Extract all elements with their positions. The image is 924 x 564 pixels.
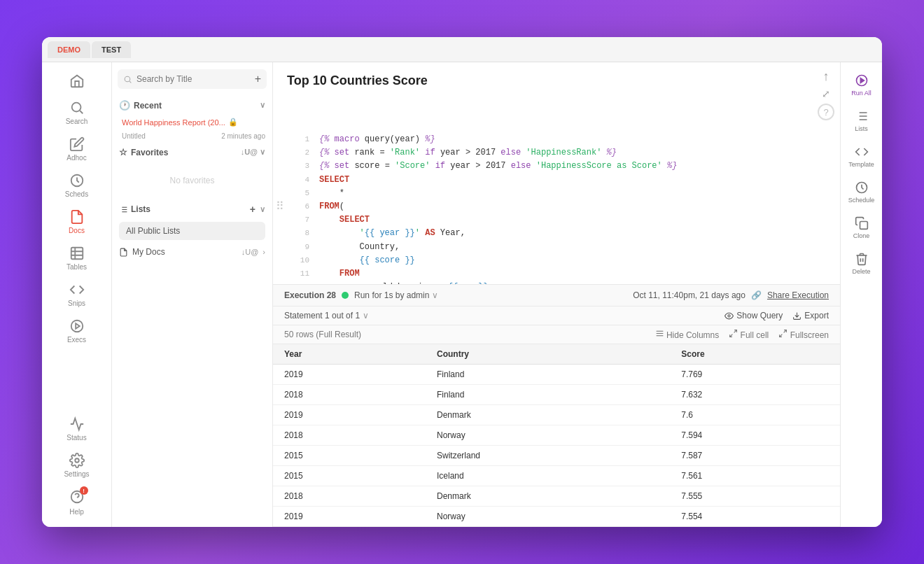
- sidebar-item-execs[interactable]: Execs: [42, 313, 111, 349]
- execution-run-info[interactable]: Run for 1s by admin ∨: [354, 290, 438, 300]
- statement-label[interactable]: Statement 1 out of 1 ∨: [284, 311, 369, 320]
- show-query-button[interactable]: Show Query: [724, 311, 783, 320]
- table-cell: 7.554: [670, 507, 840, 527]
- table-cell: 2018: [273, 385, 426, 405]
- delete-label: Delete: [852, 268, 870, 275]
- execution-status-dot: [342, 292, 349, 299]
- delete-button[interactable]: Delete: [841, 246, 882, 281]
- template-button[interactable]: Template: [841, 139, 882, 174]
- search-bar[interactable]: +: [118, 69, 267, 89]
- results-area: Statement 1 out of 1 ∨ Show Query Export: [273, 306, 840, 527]
- sidebar-tables-label: Tables: [66, 263, 87, 271]
- main-window: DEMO TEST Search Adhoc Scheds Docs: [42, 37, 882, 527]
- sidebar-docs-label: Docs: [69, 227, 85, 234]
- sidebar-item-snips[interactable]: Snips: [42, 276, 111, 313]
- sidebar-snips-label: Snips: [68, 299, 85, 307]
- lists-rt-label: Lists: [855, 125, 868, 132]
- table-cell: 7.769: [670, 365, 840, 385]
- results-table: Year Country Score 2019Finland7.7692018F…: [273, 344, 840, 527]
- share-execution-link[interactable]: Share Execution: [767, 290, 829, 300]
- execution-label: Execution 28: [284, 290, 336, 300]
- table-cell: Denmark: [426, 486, 670, 507]
- lists-add-icon[interactable]: +: [250, 204, 255, 215]
- recent-item-0-title: World Happiness Report (20... 🔒: [122, 118, 265, 127]
- doc-icon: [119, 248, 128, 257]
- table-cell: 2018: [273, 425, 426, 446]
- lists-label: Lists: [131, 204, 150, 214]
- sidebar: Search Adhoc Scheds Docs Tables Snips: [42, 62, 112, 527]
- scroll-up-icon[interactable]: ↑: [823, 69, 830, 84]
- star-icon: ☆: [119, 147, 127, 157]
- favorites-chevron: ↓U@ ∨: [241, 148, 265, 157]
- drag-handle[interactable]: ⠿: [273, 127, 287, 284]
- table-cell: Iceland: [426, 466, 670, 486]
- my-docs-item[interactable]: My Docs ↓U@ ›: [112, 243, 272, 261]
- table-cell: 2019: [273, 365, 426, 385]
- my-docs-sort: ↓U@: [241, 248, 259, 256]
- sidebar-item-scheds[interactable]: Scheds: [42, 167, 111, 204]
- help-circle-icon[interactable]: ?: [818, 104, 834, 120]
- table-cell: 7.561: [670, 466, 840, 486]
- tab-demo[interactable]: DEMO: [48, 41, 90, 58]
- recent-item-1[interactable]: Untitled 2 minutes ago: [112, 129, 272, 143]
- sidebar-item-home[interactable]: [42, 68, 111, 94]
- tab-bar: DEMO TEST: [42, 37, 882, 62]
- svg-line-23: [780, 334, 783, 337]
- lists-section-header[interactable]: Lists + ∨: [112, 199, 272, 219]
- template-label: Template: [848, 161, 874, 168]
- table-row: 2018Norway7.594: [273, 425, 840, 446]
- collapse-icon[interactable]: ⤢: [822, 88, 830, 99]
- table-cell: Switzerland: [426, 446, 670, 466]
- query-title: Top 10 Countries Score: [273, 62, 812, 94]
- rows-info-bar: 50 rows (Full Result) Hide Columns Full …: [273, 325, 840, 344]
- recent-item-0[interactable]: World Happiness Report (20... 🔒: [112, 115, 272, 129]
- add-button[interactable]: +: [255, 73, 261, 85]
- table-body: 2019Finland7.7692018Finland7.6322019Denm…: [273, 365, 840, 527]
- sidebar-item-status[interactable]: Status: [42, 411, 111, 447]
- table-cell: 7.587: [670, 446, 840, 466]
- run-all-button[interactable]: Run All: [841, 68, 882, 102]
- table-row: 2018Finland7.632: [273, 385, 840, 405]
- table-cell: Norway: [426, 507, 670, 527]
- lists-button[interactable]: Lists: [841, 104, 882, 138]
- sidebar-item-help[interactable]: ! Help: [42, 484, 111, 521]
- content-panel: + 🕐 Recent ∨ World Happiness Report (20.…: [112, 62, 273, 527]
- code-editor-area: ⠿ 1 {% macro query(year) %} 2 {% set ran…: [273, 127, 840, 284]
- table-cell: 2019: [273, 507, 426, 527]
- col-year: Year: [273, 344, 426, 365]
- sidebar-item-tables[interactable]: Tables: [42, 240, 111, 276]
- full-cell-button[interactable]: Full cell: [729, 329, 769, 340]
- recent-label: Recent: [134, 101, 162, 111]
- sidebar-item-adhoc[interactable]: Adhoc: [42, 131, 111, 167]
- table-cell: Denmark: [426, 405, 670, 425]
- export-button[interactable]: Export: [792, 311, 829, 320]
- sidebar-status-label: Status: [66, 434, 86, 442]
- schedule-rt-label: Schedule: [848, 197, 875, 204]
- recent-section-header[interactable]: 🕐 Recent ∨: [112, 96, 272, 115]
- schedule-rt-button[interactable]: Schedule: [841, 175, 882, 209]
- hide-columns-button[interactable]: Hide Columns: [655, 329, 720, 340]
- code-editor[interactable]: 1 {% macro query(year) %} 2 {% set rank …: [287, 127, 840, 284]
- main-layout: Search Adhoc Scheds Docs Tables Snips: [42, 62, 882, 527]
- svg-marker-4: [76, 323, 80, 328]
- search-input[interactable]: [136, 74, 251, 84]
- sidebar-item-docs[interactable]: Docs: [42, 204, 111, 240]
- svg-rect-2: [71, 248, 83, 260]
- clone-button[interactable]: Clone: [841, 211, 882, 245]
- all-public-lists-button[interactable]: All Public Lists: [119, 222, 265, 240]
- sidebar-item-settings[interactable]: Settings: [42, 447, 111, 484]
- code-line-12: ⚠ 12 world_happiness_{{year}}: [287, 281, 840, 284]
- rows-count: 50 rows (Full Result): [284, 330, 361, 339]
- sidebar-scheds-label: Scheds: [65, 190, 88, 198]
- execution-bar: Execution 28 Run for 1s by admin ∨ Oct 1…: [273, 284, 840, 306]
- code-line-8: 8 '{{ year }}' AS Year,: [287, 227, 840, 240]
- tab-test[interactable]: TEST: [92, 41, 131, 58]
- code-line-7: 7 SELECT: [287, 213, 840, 227]
- table-cell: 2019: [273, 405, 426, 425]
- code-line-9: 9 Country,: [287, 241, 840, 254]
- favorites-section-header[interactable]: ☆ Favorites ↓U@ ∨: [112, 143, 272, 162]
- svg-rect-33: [860, 222, 867, 230]
- sidebar-item-search[interactable]: Search: [42, 94, 111, 131]
- fullscreen-button[interactable]: Fullscreen: [778, 329, 829, 340]
- table-cell: Norway: [426, 425, 670, 446]
